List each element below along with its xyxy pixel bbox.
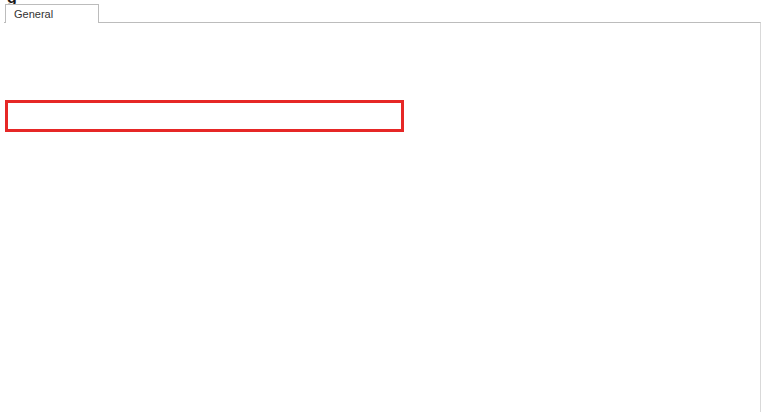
tab-general-label: General	[14, 8, 53, 20]
field-properties-page: g General Schema Display Name* Field Req…	[0, 0, 768, 412]
tab-general[interactable]: General	[5, 4, 99, 23]
tab-panel	[4, 22, 761, 412]
